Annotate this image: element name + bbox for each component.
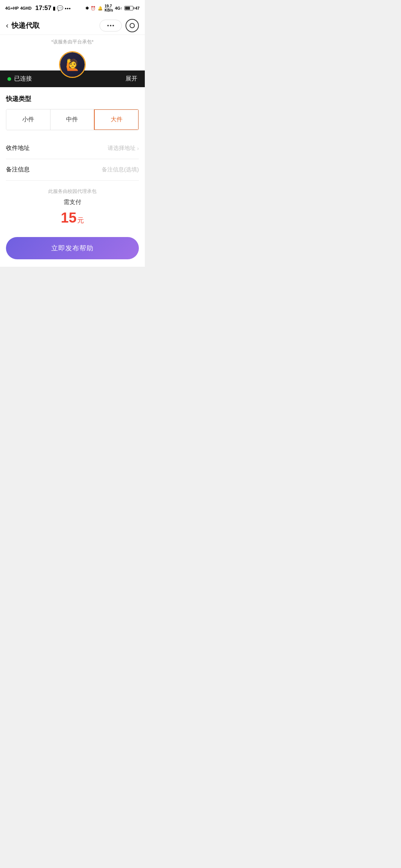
avatar: 🙋 bbox=[59, 51, 86, 78]
signal-text: 4G+HP bbox=[5, 6, 19, 10]
nav-bar: ‹ 快递代取 bbox=[0, 16, 145, 35]
scan-inner-icon bbox=[130, 23, 135, 28]
remark-placeholder: 备注信息(选填) bbox=[102, 166, 139, 173]
expand-button[interactable]: 展开 bbox=[125, 75, 137, 83]
signal-text2: 4GHD bbox=[20, 6, 32, 10]
payment-amount: 15 元 bbox=[6, 210, 139, 226]
bluetooth-icon: ✱ bbox=[85, 6, 89, 11]
status-signals: 4G+HP 4GHD 17:57 ▮ 💬 ••• bbox=[5, 4, 71, 12]
bottom-area bbox=[0, 267, 145, 341]
package-type-medium[interactable]: 中件 bbox=[50, 109, 95, 130]
package-type-small[interactable]: 小件 bbox=[6, 109, 50, 130]
remark-value: 备注信息(选填) bbox=[102, 166, 139, 173]
battery-icon bbox=[124, 6, 133, 10]
amount-number: 15 bbox=[61, 210, 76, 226]
remark-label: 备注信息 bbox=[6, 166, 30, 174]
remark-row[interactable]: 备注信息 备注信息(选填) bbox=[6, 159, 139, 181]
submit-button[interactable]: 立即发布帮助 bbox=[6, 237, 139, 259]
lte-icon: 4G↑ bbox=[115, 6, 123, 10]
nav-actions bbox=[100, 19, 139, 32]
main-card: 快递类型 小件 中件 大件 收件地址 请选择地址 › 备注信息 备注信息(选填)… bbox=[0, 87, 145, 267]
subtitle-text: *该服务由平台承包* bbox=[51, 39, 94, 45]
address-row[interactable]: 收件地址 请选择地址 › bbox=[6, 138, 139, 159]
network-speed: 19.7KB/s bbox=[105, 4, 113, 12]
package-type-large[interactable]: 大件 bbox=[94, 109, 139, 130]
connection-text: 已连接 bbox=[14, 75, 32, 83]
payment-label: 需支付 bbox=[6, 198, 139, 206]
more-options-button[interactable] bbox=[100, 20, 122, 32]
dot3 bbox=[113, 25, 114, 26]
avatar-image: 🙋 bbox=[60, 52, 85, 77]
service-note: 此服务由校园代理承包 bbox=[6, 188, 139, 195]
dot2 bbox=[110, 25, 111, 26]
online-status-icon bbox=[7, 77, 11, 81]
package-type-grid: 小件 中件 大件 bbox=[6, 109, 139, 130]
battery-fill bbox=[125, 7, 130, 10]
battery-percent: 47 bbox=[135, 6, 140, 10]
address-label: 收件地址 bbox=[6, 144, 30, 152]
payment-section: 需支付 15 元 bbox=[6, 198, 139, 226]
address-value: 请选择地址 › bbox=[108, 145, 139, 152]
chat-icon: 💬 bbox=[57, 5, 63, 11]
nav-back-button[interactable]: ‹ 快递代取 bbox=[6, 21, 40, 30]
scan-button[interactable] bbox=[125, 19, 139, 32]
status-bar: 4G+HP 4GHD 17:57 ▮ 💬 ••• ✱ ⏰ 🔔 19.7KB/s … bbox=[0, 0, 145, 16]
connection-status: 已连接 bbox=[7, 75, 32, 83]
mute-icon: 🔔 bbox=[98, 6, 103, 11]
subtitle-bar: *该服务由平台承包* bbox=[0, 35, 145, 47]
page-title: 快递代取 bbox=[12, 21, 40, 30]
chevron-right-icon: › bbox=[137, 145, 139, 151]
alarm-icon: ⏰ bbox=[91, 6, 96, 11]
back-arrow-icon[interactable]: ‹ bbox=[6, 21, 9, 30]
more-icon: ••• bbox=[65, 6, 71, 11]
recording-icon: ▮ bbox=[53, 6, 55, 11]
package-type-title: 快递类型 bbox=[6, 95, 139, 103]
amount-unit: 元 bbox=[77, 216, 84, 225]
status-right: ✱ ⏰ 🔔 19.7KB/s 4G↑ 47 bbox=[85, 4, 140, 12]
status-time: 17:57 bbox=[35, 4, 51, 12]
address-placeholder: 请选择地址 bbox=[108, 145, 136, 152]
dot1 bbox=[107, 25, 109, 26]
